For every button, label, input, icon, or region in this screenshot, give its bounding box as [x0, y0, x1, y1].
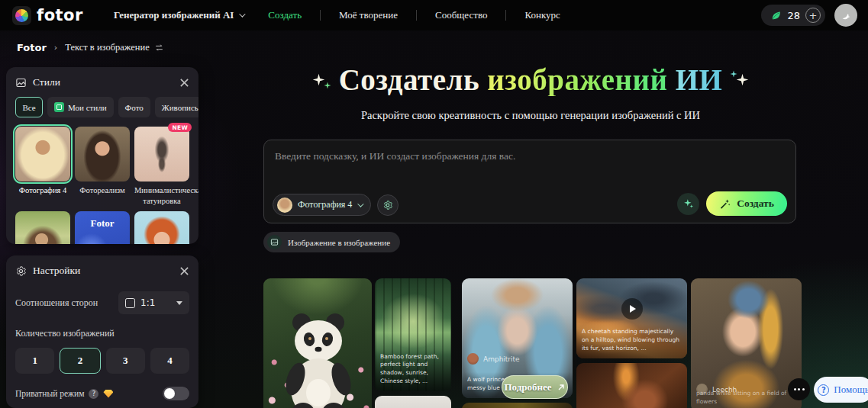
prompt-box: Фотография 4 [263, 140, 796, 223]
style-selector-chip[interactable]: Фотография 4 [273, 194, 371, 216]
aspect-ratio-label: Соотношения сторон [15, 297, 98, 309]
count-button-2[interactable]: 2 [60, 348, 100, 374]
credits-count: 28 [787, 10, 800, 21]
nav-generator-menu[interactable]: Генератор изображений AI [114, 9, 244, 21]
nav-community[interactable]: Сообщество [435, 9, 487, 21]
magic-wand-icon [719, 198, 731, 210]
play-icon[interactable] [621, 298, 643, 320]
new-badge: NEW [168, 123, 192, 132]
sparkle-icon [736, 73, 749, 86]
close-icon[interactable] [179, 78, 189, 88]
prompt-input[interactable] [264, 140, 795, 191]
prompt-settings-button[interactable] [377, 194, 399, 216]
arrow-up-right-icon [557, 383, 566, 392]
caret-down-icon [176, 301, 182, 305]
sparkle-icon [324, 82, 331, 89]
style-thumb-park[interactable] [15, 211, 70, 244]
card-caption: panda while sitting on a field of flower… [691, 386, 802, 408]
credits-pill[interactable]: 28 + [761, 5, 825, 26]
swap-icon [154, 43, 164, 52]
gallery-card-cheetah[interactable]: A cheetah standing majestically on a hil… [576, 278, 687, 358]
nav-contest[interactable]: Конкурс [524, 9, 560, 21]
count-button-4[interactable]: 4 [150, 348, 189, 374]
bird-icon [839, 8, 853, 22]
gallery-card-bamboo[interactable]: Bamboo forest path, perfect light and sh… [375, 278, 451, 391]
breadcrumb-separator: › [54, 43, 57, 53]
author-avatar [467, 353, 479, 365]
settings-panel: Настройки Соотношения сторон 1:1 Количес… [6, 255, 198, 408]
image-count-selector: 1 2 3 4 [15, 348, 189, 374]
style-tabs: Все Мои стили Фото Живопись › [15, 97, 189, 117]
private-mode-toggle[interactable] [163, 387, 189, 400]
image-icon [267, 235, 282, 249]
square-ratio-icon [125, 298, 135, 308]
style-thumbnail-avatar [277, 198, 292, 213]
page-subtitle: Раскройте свою креативность с помощью ге… [263, 109, 798, 122]
page-title: Создатель изображений ИИ [263, 63, 798, 97]
breadcrumb-root[interactable]: Fotor [17, 42, 47, 53]
style-label: Фотореализм [75, 185, 130, 206]
count-button-1[interactable]: 1 [15, 348, 54, 374]
nav-my-work[interactable]: Моё творение [339, 9, 398, 21]
style-thumb-fotor-poster[interactable]: Fotor [75, 211, 130, 244]
tab-my-styles[interactable]: Мои стили [47, 97, 114, 117]
style-thumb-tattoo[interactable]: NEW [134, 127, 189, 182]
generate-button[interactable]: Создать [706, 191, 787, 216]
leaf-icon [770, 10, 782, 21]
gallery-card-panda[interactable] [263, 278, 372, 408]
tab-photo[interactable]: Фото [118, 97, 150, 117]
gallery-card-dark[interactable] [462, 403, 573, 408]
more-details-button[interactable]: Подробнее [502, 375, 568, 399]
nav-divider [505, 10, 506, 21]
gear-icon [15, 265, 27, 277]
chevron-down-icon [358, 201, 364, 207]
help-question-icon[interactable]: ? [89, 389, 98, 399]
sparkles-icon [683, 198, 694, 209]
enhance-prompt-button[interactable] [677, 193, 699, 215]
card-author: Amphitrite [467, 353, 520, 365]
styles-panel-title: Стили [33, 76, 60, 88]
chevron-down-icon [240, 11, 246, 17]
gallery-card-pearl-girl[interactable]: Leechh panda while sitting on a field of… [691, 278, 802, 408]
style-thumb-illustration[interactable] [134, 211, 189, 244]
tab-all[interactable]: Все [15, 97, 43, 117]
fotor-logo-icon [12, 6, 31, 25]
tab-painting[interactable]: Живопись › [155, 97, 198, 117]
styles-panel: Стили Все Мои стили Фото Живопись › NEW … [6, 67, 198, 244]
style-label: Минималистическая татуировка [134, 185, 189, 206]
fotor-logo-text: fotor [37, 6, 83, 24]
settings-panel-title: Настройки [33, 265, 80, 277]
image-icon [15, 77, 27, 88]
premium-gem-icon [103, 390, 113, 398]
nav-divider [320, 10, 321, 21]
top-navbar: fotor Генератор изображений AI Создать М… [0, 0, 868, 31]
question-circle-icon: ? [818, 384, 829, 396]
gallery-card-warm-portrait[interactable] [576, 363, 687, 408]
image-to-image-button[interactable]: Изображение в изображение [263, 232, 400, 252]
more-options-button[interactable] [788, 378, 810, 400]
selected-style-name: Фотография 4 [298, 199, 352, 210]
aspect-ratio-value: 1:1 [140, 297, 155, 308]
image-count-label: Количество изображений [15, 328, 115, 339]
style-label: Фотография 4 [15, 185, 70, 206]
add-style-icon [54, 102, 64, 112]
card-caption: Bamboo forest path, perfect light and sh… [375, 349, 451, 392]
gear-icon [382, 200, 393, 210]
close-icon[interactable] [179, 266, 189, 276]
help-button[interactable]: ? Помощь [814, 377, 868, 403]
style-thumb-photorealism[interactable] [75, 127, 130, 182]
fotor-logo[interactable]: fotor [12, 6, 83, 25]
card-caption: A cheetah standing majestically on a hil… [576, 324, 687, 358]
gallery-card-gray[interactable] [375, 396, 451, 408]
panda-illustration [263, 278, 372, 408]
nav-divider [416, 10, 417, 21]
aspect-ratio-dropdown[interactable]: 1:1 [118, 291, 189, 314]
user-avatar[interactable] [834, 4, 857, 27]
breadcrumb: Fotor › Текст в изображение [17, 42, 164, 53]
private-mode-label: Приватный режим [15, 389, 84, 398]
count-button-3[interactable]: 3 [106, 348, 145, 374]
breadcrumb-current[interactable]: Текст в изображение [65, 42, 164, 53]
nav-create[interactable]: Создать [268, 9, 302, 21]
style-thumb-photography4[interactable] [15, 127, 70, 182]
add-credits-button[interactable]: + [805, 8, 821, 23]
